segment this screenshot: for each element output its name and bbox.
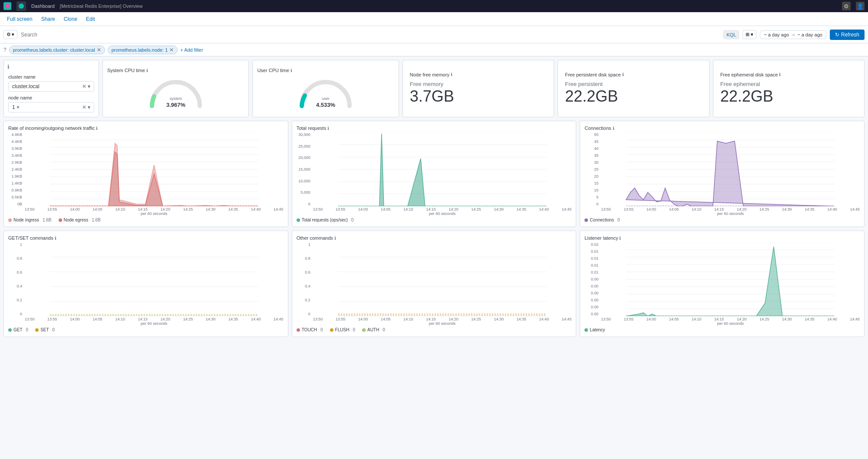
legend-auth-value: 0 bbox=[383, 327, 385, 332]
bottom-panels-row: GET/SET commands ℹ 10.80.60.40.20 bbox=[3, 231, 865, 337]
control-panel-info-icon: ℹ bbox=[7, 64, 10, 70]
system-cpu-panel: System CPU time ℹ system 3.967% bbox=[102, 60, 249, 117]
other-commands-title: Other commands ℹ bbox=[297, 235, 572, 241]
legend-set: SET 0 bbox=[35, 327, 55, 332]
user-icon-btn[interactable]: 👤 bbox=[856, 2, 865, 10]
total-requests-y-axis: 30,00025,00020,00015,00010,0005,0000 bbox=[297, 132, 312, 206]
network-traffic-per-label: per 60 seconds bbox=[8, 211, 284, 216]
legend-get-label: GET bbox=[13, 327, 23, 332]
filter-tag-node-close[interactable]: ✕ bbox=[169, 47, 174, 53]
legend-touch-dot bbox=[297, 328, 300, 332]
time-from: ~ a day ago bbox=[764, 32, 789, 37]
top-navigation-bar: Dashboard [Metricbeat Redis Enterprise] … bbox=[0, 0, 868, 12]
network-traffic-y-axis: 4.9KB4.4KB3.9KB3.4KB2.9KB2.4KB1.9KB1.4KB… bbox=[8, 132, 24, 206]
settings-icon-btn[interactable]: ⚙ bbox=[842, 2, 851, 10]
listener-latency-y-axis: 0.020.010.010.010.010.000.000.000.000.00… bbox=[584, 242, 600, 316]
legend-touch-value: 0 bbox=[320, 327, 323, 332]
listener-latency-x-axis: 13:5013:5514:0014:0514:1014:1514:2014:25… bbox=[584, 317, 860, 321]
refresh-button[interactable]: ↻ Refresh bbox=[830, 30, 865, 40]
network-traffic-legend: Node ingress 1.6B Node egress 1.6B bbox=[8, 218, 284, 222]
legend-flush-label: FLUSH bbox=[335, 327, 350, 332]
legend-node-egress-label: Node egress bbox=[64, 218, 89, 222]
top-panels-row: ℹ cluster name cluster.local ✕ ▾ node na… bbox=[3, 60, 865, 117]
cluster-name-select[interactable]: cluster.local ✕ ▾ bbox=[8, 81, 94, 92]
node-name-label: node name bbox=[8, 95, 94, 100]
node-free-memory-panel: Node free memory ℹ Free memory 3.7GB bbox=[403, 60, 554, 117]
total-requests-panel: Total requests ℹ 30,00025,00020,00015,00… bbox=[292, 121, 577, 227]
connections-y-axis: 50454035302520151050 bbox=[584, 132, 600, 206]
get-set-chart-wrapper: 10.80.60.40.20 bbox=[8, 242, 284, 316]
listener-latency-info-icon: ℹ bbox=[619, 236, 621, 241]
kibana-icon bbox=[17, 1, 26, 11]
legend-node-ingress: Node ingress 1.6B bbox=[8, 218, 52, 222]
svg-text:system: system bbox=[169, 96, 182, 101]
svg-text:3.967%: 3.967% bbox=[166, 102, 186, 108]
legend-get-value: 0 bbox=[26, 327, 29, 332]
page-title: [Metricbeat Redis Enterprise] Overview bbox=[60, 3, 143, 9]
action-bar: Full screen Share Clone Edit bbox=[0, 12, 868, 26]
node-free-memory-info-icon: ℹ bbox=[451, 72, 452, 77]
help-icon[interactable]: ? bbox=[3, 47, 7, 53]
clone-button[interactable]: Clone bbox=[62, 15, 79, 23]
total-requests-legend: Total requests (ops/sec) 0 bbox=[297, 218, 572, 222]
svg-text:4.533%: 4.533% bbox=[316, 102, 336, 108]
other-commands-chart-svg bbox=[313, 242, 572, 316]
kql-button[interactable]: KQL bbox=[723, 30, 739, 39]
filter-tag-node-label: prometheus.labels.node: 1 bbox=[112, 47, 168, 53]
connections-legend: Connections 0 bbox=[584, 218, 860, 222]
user-cpu-gauge-svg: user 4.533% bbox=[295, 75, 356, 109]
legend-node-ingress-label: Node ingress bbox=[13, 218, 39, 222]
edit-button[interactable]: Edit bbox=[84, 15, 97, 23]
fullscreen-button[interactable]: Full screen bbox=[5, 15, 34, 23]
connections-info-icon: ℹ bbox=[613, 126, 614, 131]
free-ephemeral-disk-panel: Free ephemeral disk space ℹ Free ephemer… bbox=[713, 60, 865, 117]
other-commands-x-axis: 13:5013:5514:0014:0514:1014:1514:2014:25… bbox=[297, 317, 572, 321]
node-name-value: 1 × bbox=[12, 104, 20, 110]
other-commands-per-label: per 60 seconds bbox=[297, 321, 572, 326]
network-traffic-chart-body bbox=[25, 132, 284, 206]
free-ephemeral-disk-title: Free ephemeral disk space ℹ bbox=[720, 72, 857, 77]
legend-auth: AUTH 0 bbox=[362, 327, 385, 332]
user-cpu-info-icon: ℹ bbox=[290, 68, 292, 73]
legend-connections-label: Connections bbox=[590, 218, 614, 222]
listener-latency-panel: Listener latency ℹ 0.020.010.010.010.010… bbox=[580, 231, 865, 337]
legend-node-ingress-value: 1.6B bbox=[43, 218, 52, 222]
refresh-label: Refresh bbox=[841, 32, 859, 38]
system-cpu-gauge: system 3.967% bbox=[145, 75, 206, 109]
legend-latency-label: Latency bbox=[590, 327, 605, 332]
time-range-selector[interactable]: ~ a day ago → ~ a day ago bbox=[760, 30, 826, 39]
search-input[interactable] bbox=[21, 32, 369, 38]
main-content: ℹ cluster name cluster.local ✕ ▾ node na… bbox=[0, 56, 868, 344]
connections-chart-svg bbox=[601, 132, 860, 206]
filter-type-area: ⚙ ▾ bbox=[3, 30, 17, 39]
network-traffic-chart-wrapper: 4.9KB4.4KB3.9KB3.4KB2.9KB2.4KB1.9KB1.4KB… bbox=[8, 132, 284, 206]
node-name-select[interactable]: 1 × ✕ ▾ bbox=[8, 102, 94, 112]
elastic-logo bbox=[3, 2, 11, 10]
total-requests-chart-svg bbox=[313, 132, 572, 206]
svg-marker-17 bbox=[50, 152, 258, 206]
filter-icon: ⚙ bbox=[7, 32, 11, 37]
filter-tag-cluster-close[interactable]: ✕ bbox=[97, 47, 101, 53]
add-filter-button[interactable]: + Add filter bbox=[180, 47, 203, 53]
share-button[interactable]: Share bbox=[40, 15, 57, 23]
filter-tags-bar: ? prometheus.labels.cluster: cluster.loc… bbox=[0, 43, 868, 56]
connections-x-axis: 13:5013:5514:0014:0514:1014:1514:2014:25… bbox=[584, 207, 860, 211]
other-commands-chart-wrapper: 10.80.60.40.20 bbox=[297, 242, 572, 316]
listener-latency-chart-body bbox=[601, 242, 860, 316]
legend-set-dot bbox=[35, 328, 39, 332]
get-set-commands-title: GET/SET commands ℹ bbox=[8, 235, 284, 241]
system-cpu-gauge-svg: system 3.967% bbox=[145, 75, 206, 109]
free-persistent-disk-panel: Free persistent disk space ℹ Free persis… bbox=[558, 60, 709, 117]
filter-tag-node[interactable]: prometheus.labels.node: 1 ✕ bbox=[108, 46, 178, 54]
listener-latency-legend: Latency bbox=[584, 327, 860, 332]
view-options-button[interactable]: ⊞ ▾ bbox=[743, 30, 756, 39]
filter-type-button[interactable]: ⚙ ▾ bbox=[3, 30, 17, 39]
system-cpu-title: System CPU time ℹ bbox=[107, 68, 148, 73]
filter-tag-cluster[interactable]: prometheus.labels.cluster: cluster.local… bbox=[9, 46, 105, 54]
cluster-name-label: cluster name bbox=[8, 74, 94, 79]
time-arrow: → bbox=[791, 32, 795, 37]
network-traffic-title: Rate of incoming/outgoing network traffi… bbox=[8, 125, 284, 131]
legend-node-egress: Node egress 1.6B bbox=[59, 218, 101, 222]
dashboard-nav-item[interactable]: Dashboard bbox=[31, 3, 55, 9]
get-set-commands-info-icon: ℹ bbox=[55, 236, 56, 241]
